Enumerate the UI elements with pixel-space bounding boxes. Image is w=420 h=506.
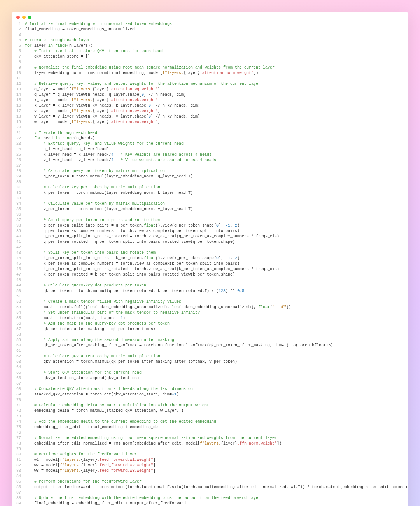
line-number: 79 <box>12 446 25 452</box>
token: -1 <box>226 223 230 228</box>
line-number: 46 <box>12 267 25 272</box>
token: ] <box>153 469 156 473</box>
line-number: 24 <box>12 147 25 152</box>
code-content: # Calculate key per token by matrix mult… <box>25 185 404 190</box>
token <box>25 202 44 206</box>
token <box>25 185 44 190</box>
code-content: k_layer = model[f"layers.{layer}.attenti… <box>25 98 404 103</box>
code-content: q_layer_head = q_layer[head] <box>25 147 404 152</box>
line-number: 10 <box>12 70 25 76</box>
token <box>25 300 44 304</box>
token: , <box>230 256 235 260</box>
code-line: 23 # Extract query, key, and value weigh… <box>12 141 404 147</box>
code-content: output_after_feedforward = torch.matmul(… <box>25 485 408 490</box>
code-content: # Iterate through each head <box>25 130 404 136</box>
code-line: 48 <box>12 278 404 283</box>
code-line: 79 <box>12 446 404 452</box>
token <box>25 218 44 222</box>
line-number: 35 <box>12 207 25 212</box>
line-number: 27 <box>12 163 25 169</box>
line-number: 20 <box>12 125 25 130</box>
window-titlebar <box>12 12 408 21</box>
line-number: 6 <box>12 49 25 54</box>
line-number: 21 <box>12 130 25 136</box>
token: range <box>62 136 74 141</box>
code-line: 72 embedding_delta = torch.matmul(stacke… <box>12 408 404 414</box>
line-number: 83 <box>12 468 25 474</box>
token <box>25 251 44 255</box>
code-line: 28 # Calculate query per token by matrix… <box>12 169 404 174</box>
code-content: q_per_token_as_complex_numbers = torch.v… <box>25 228 404 234</box>
token: 0.5 <box>237 289 244 293</box>
code-area: 1# Initialize final embedding with unnor… <box>12 21 408 506</box>
token: # Initialize final embedding with unnorm… <box>25 22 172 26</box>
token: # Calculate key per token by matrix mult… <box>44 185 160 190</box>
code-line: 42 <box>12 245 404 250</box>
code-line: 75 embedding_after_edit = final_embeddin… <box>12 425 404 430</box>
line-number: 76 <box>12 430 25 436</box>
line-number: 17 <box>12 109 25 114</box>
line-number: 59 <box>12 337 25 343</box>
code-line: 40 q_per_token_split_into_pairs_rotated … <box>12 234 404 239</box>
token <box>25 403 34 408</box>
token <box>25 82 34 86</box>
code-line: 88 # Update the final embedding with the… <box>12 495 404 501</box>
line-number: 71 <box>12 403 25 408</box>
code-line: 7 qkv_attention_store = [] <box>12 54 404 60</box>
code-content: mask = torch.triu(mask, diagonal=1) <box>25 316 404 321</box>
token: 128 <box>219 289 226 293</box>
token: f"layers. <box>72 109 93 113</box>
token: q_layer = q_layer.view(n_heads, q_layer.… <box>25 93 142 97</box>
code-content <box>25 179 404 185</box>
line-number: 4 <box>12 38 25 43</box>
token: # Normalize the edited embedding using r… <box>34 436 277 440</box>
line-number: 80 <box>12 452 25 457</box>
code-content <box>25 32 404 38</box>
token: mask = torch.full(( <box>25 305 88 309</box>
line-number: 56 <box>12 321 25 327</box>
code-content: w2 = model[f"layers.{layer}.feed_forward… <box>25 463 404 468</box>
token: # Concatenate QKV attentions from all he… <box>34 387 193 391</box>
line-number: 58 <box>12 332 25 337</box>
token: k_per_token_as_complex_numbers = torch.v… <box>25 262 240 266</box>
code-content: # Split query per token into pairs and r… <box>25 218 404 223</box>
code-line: 21 # Iterate through each head <box>12 130 404 136</box>
line-number: 51 <box>12 294 25 299</box>
code-content: # Retrieve query, key, value, and output… <box>25 81 404 87</box>
token: v_layer = v_layer.view(n_kv_heads, v_lay… <box>25 114 149 119</box>
code-line: 55 mask = torch.triu(mask, diagonal=1) <box>12 316 404 321</box>
token: ] <box>153 458 156 462</box>
token: ] // n_heads, dim) <box>144 93 186 97</box>
code-line: 76 <box>12 430 404 436</box>
token: ] <box>158 87 160 91</box>
token: embedding_after_edit = final_embedding +… <box>25 425 165 429</box>
code-line: 30 <box>12 179 404 185</box>
token <box>25 387 34 391</box>
token: k_per_token = torch.matmul(layer_embeddi… <box>25 191 193 195</box>
token <box>25 311 44 315</box>
token: v_per_token = torch.matmul(layer_embeddi… <box>25 207 193 211</box>
token: # Perform operations for the feedforward… <box>34 480 142 484</box>
minimize-icon[interactable] <box>22 16 26 19</box>
code-content: # Add the mask to the query-key dot prod… <box>25 321 404 327</box>
code-content: embedding_after_edit = final_embedding +… <box>25 425 404 430</box>
code-line: 47 k_per_token_rotated = k_per_token_spl… <box>12 272 404 278</box>
code-content: q_layer = q_layer.view(n_heads, q_layer.… <box>25 92 404 98</box>
code-content <box>25 474 404 479</box>
close-icon[interactable] <box>16 16 20 19</box>
token: qk_per_token_after_masking = qk_per_toke… <box>25 327 156 331</box>
code-line: 80 # Retrieve weights for the feedforwar… <box>12 452 404 457</box>
code-line: 26 v_layer_head = v_layer[head//4] # Val… <box>12 158 404 163</box>
maximize-icon[interactable] <box>28 16 32 19</box>
code-line: 31 # Calculate key per token by matrix m… <box>12 185 404 190</box>
code-content: # Concatenate QKV attentions from all he… <box>25 387 404 392</box>
token: for <box>34 136 41 141</box>
code-line: 78 embedding_after_edit_normalized = rms… <box>12 441 404 446</box>
token: ] // n_kv_heads, dim) <box>151 114 200 119</box>
line-number: 33 <box>12 196 25 201</box>
token: k_layer_head = k_layer[head// <box>25 153 111 157</box>
token: (n_layers): <box>67 44 93 48</box>
code-content <box>25 125 404 130</box>
line-number: 88 <box>12 495 25 501</box>
line-number: 89 <box>12 501 25 506</box>
